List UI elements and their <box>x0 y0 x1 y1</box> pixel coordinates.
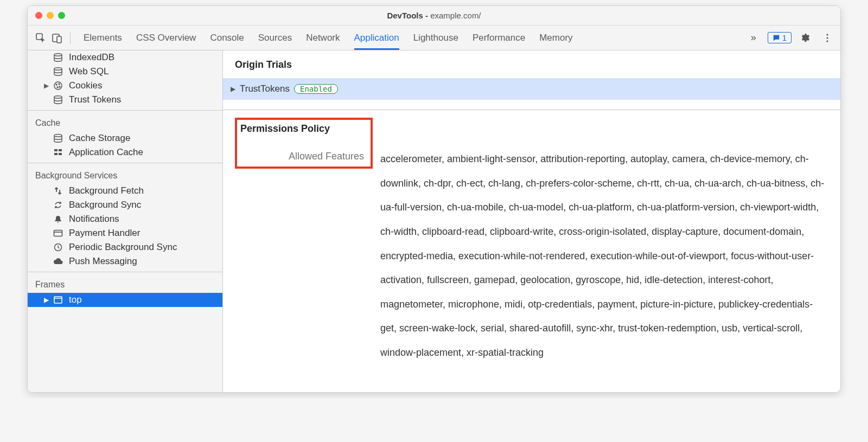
svg-point-7 <box>54 68 62 70</box>
frame-top-label: top <box>69 294 82 305</box>
db-icon <box>53 66 63 77</box>
allowed-features-label: Allowed Features <box>237 150 364 162</box>
card-icon <box>53 228 63 239</box>
sidebar-item-label: Background Fetch <box>69 185 144 196</box>
svg-point-3 <box>826 34 828 35</box>
svg-point-5 <box>826 40 828 42</box>
zoom-window-button[interactable] <box>58 12 65 19</box>
titlebar: DevTools - example.com/ <box>28 6 840 25</box>
sidebar-item-application-cache[interactable]: Application Cache <box>28 145 222 159</box>
tab-console[interactable]: Console <box>210 25 244 50</box>
db-icon <box>53 133 63 144</box>
svg-rect-18 <box>59 153 62 155</box>
window-title: DevTools - example.com/ <box>28 11 840 20</box>
sidebar-item-trust-tokens[interactable]: Trust Tokens <box>28 93 222 107</box>
sidebar-item-label: Notifications <box>69 214 119 225</box>
main-content: Origin Trials ▶ TrustTokens Enabled Perm… <box>223 50 840 392</box>
window-icon <box>53 294 63 305</box>
svg-point-6 <box>54 54 62 56</box>
tab-css-overview[interactable]: CSS Overview <box>136 25 196 50</box>
settings-icon[interactable] <box>798 30 813 46</box>
cookie-icon <box>53 80 63 91</box>
db-icon <box>53 52 63 63</box>
bg-services-header: Background Services <box>28 166 222 184</box>
sidebar-item-label: Periodic Background Sync <box>69 242 177 253</box>
origin-trial-row[interactable]: ▶ TrustTokens Enabled <box>223 78 840 100</box>
sidebar-item-label: Payment Handler <box>69 228 140 239</box>
sidebar-item-background-fetch[interactable]: Background Fetch <box>28 184 222 198</box>
db-icon <box>53 94 63 105</box>
frame-top[interactable]: ▶ top <box>28 293 222 307</box>
sidebar-item-cache-storage[interactable]: Cache Storage <box>28 131 222 145</box>
more-tabs-icon[interactable]: » <box>746 30 761 46</box>
traffic-lights <box>28 12 65 19</box>
tab-elements[interactable]: Elements <box>84 25 122 50</box>
sidebar-item-background-sync[interactable]: Background Sync <box>28 198 222 212</box>
sidebar-item-label: Background Sync <box>69 200 141 210</box>
trial-name: TrustTokens <box>240 84 290 94</box>
inspect-element-icon[interactable] <box>33 30 48 46</box>
sidebar-item-payment-handler[interactable]: Payment Handler <box>28 226 222 240</box>
sidebar-item-label: Cookies <box>69 80 102 91</box>
permissions-policy-highlight: Permissions Policy Allowed Features <box>235 118 373 169</box>
svg-point-8 <box>54 82 62 89</box>
tab-lighthouse[interactable]: Lighthouse <box>413 25 458 50</box>
allowed-features-list: accelerometer, ambient-light-sensor, att… <box>380 147 828 365</box>
devtools-window: DevTools - example.com/ ElementsCSS Over… <box>27 5 841 393</box>
svg-point-11 <box>57 87 58 88</box>
tab-memory[interactable]: Memory <box>539 25 572 50</box>
origin-trials-header: Origin Trials <box>235 59 828 71</box>
svg-point-10 <box>59 84 60 85</box>
application-sidebar: IndexedDBWeb SQL▶CookiesTrust Tokens Cac… <box>28 50 223 392</box>
clock-icon <box>53 242 63 253</box>
sidebar-item-push-messaging[interactable]: Push Messaging <box>28 254 222 268</box>
svg-rect-17 <box>54 153 58 155</box>
issues-badge[interactable]: 1 <box>768 32 792 43</box>
permissions-policy-header: Permissions Policy <box>237 123 364 134</box>
sidebar-item-label: IndexedDB <box>69 52 114 63</box>
svg-rect-16 <box>59 149 62 151</box>
svg-rect-2 <box>57 36 61 43</box>
svg-point-12 <box>59 86 60 87</box>
sync-icon <box>53 200 63 210</box>
svg-rect-22 <box>54 297 62 303</box>
svg-point-14 <box>54 134 62 137</box>
tab-performance[interactable]: Performance <box>473 25 525 50</box>
toolbar-divider <box>70 32 71 44</box>
sidebar-item-periodic-background-sync[interactable]: Periodic Background Sync <box>28 240 222 254</box>
svg-point-4 <box>826 37 828 39</box>
svg-rect-19 <box>54 230 62 236</box>
svg-point-9 <box>56 84 57 85</box>
disclosure-triangle-icon: ▶ <box>44 296 49 304</box>
sidebar-item-web-sql[interactable]: Web SQL <box>28 65 222 79</box>
sidebar-item-cookies[interactable]: ▶Cookies <box>28 79 222 93</box>
sidebar-item-label: Web SQL <box>69 66 108 77</box>
sidebar-item-notifications[interactable]: Notifications <box>28 212 222 226</box>
fetch-icon <box>53 185 63 196</box>
trial-status-pill: Enabled <box>294 84 338 94</box>
cloud-icon <box>53 256 63 267</box>
chat-icon <box>773 34 780 42</box>
disclosure-triangle-icon: ▶ <box>44 82 49 89</box>
minimize-window-button[interactable] <box>47 12 54 19</box>
sidebar-item-label: Cache Storage <box>69 133 130 144</box>
sidebar-item-indexeddb[interactable]: IndexedDB <box>28 50 222 65</box>
cache-section-header: Cache <box>28 114 222 131</box>
sidebar-item-label: Push Messaging <box>69 256 137 267</box>
close-window-button[interactable] <box>35 12 42 19</box>
tab-network[interactable]: Network <box>306 25 340 50</box>
toolbar: ElementsCSS OverviewConsoleSourcesNetwor… <box>28 25 840 50</box>
tab-application[interactable]: Application <box>354 25 399 50</box>
disclosure-triangle-icon: ▶ <box>231 85 235 93</box>
sidebar-item-label: Application Cache <box>69 147 143 158</box>
bell-icon <box>53 214 63 225</box>
grid-icon <box>53 147 63 158</box>
svg-rect-15 <box>54 149 58 151</box>
tab-sources[interactable]: Sources <box>258 25 292 50</box>
device-toggle-icon[interactable] <box>49 30 65 46</box>
frames-section-header: Frames <box>28 276 222 293</box>
sidebar-item-label: Trust Tokens <box>69 94 121 105</box>
panel-tabs: ElementsCSS OverviewConsoleSourcesNetwor… <box>84 25 745 50</box>
kebab-menu-icon[interactable] <box>820 30 835 46</box>
svg-point-13 <box>54 96 62 98</box>
